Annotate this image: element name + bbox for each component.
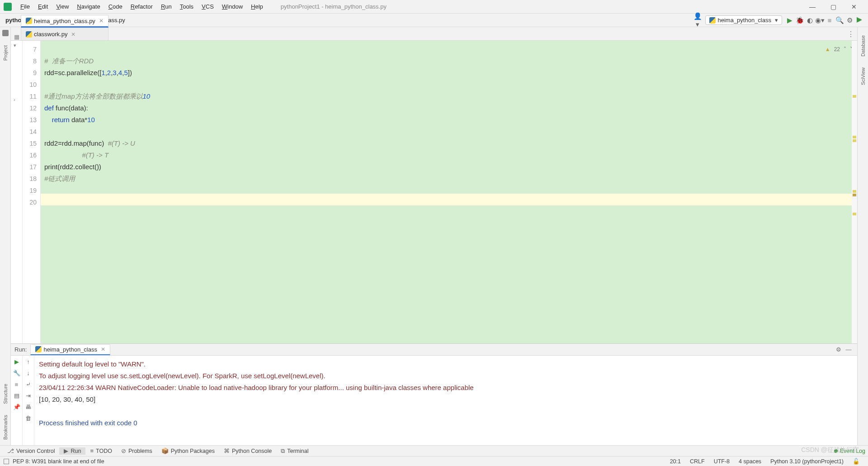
line-separator[interactable]: CRLF: [685, 458, 709, 465]
tool-icon: 📦: [161, 447, 169, 454]
line-gutter[interactable]: 7891011121314151617181920: [23, 41, 41, 343]
print-icon[interactable]: 🖶: [25, 404, 31, 410]
status-tool-square[interactable]: [4, 459, 9, 464]
inspection-up-icon[interactable]: ˄: [844, 43, 846, 55]
caret-position[interactable]: 20:1: [665, 458, 685, 465]
menu-tools[interactable]: Tools: [176, 3, 198, 10]
tool-label: Terminal: [287, 448, 308, 454]
scroll-icon[interactable]: ⇥: [26, 392, 31, 399]
tool-icon: ≡: [90, 447, 94, 454]
menu-file[interactable]: File: [16, 3, 34, 10]
close-icon[interactable]: ✕: [101, 346, 105, 352]
menu-code[interactable]: Code: [104, 3, 127, 10]
run-config-selector[interactable]: heima_python_class ▾: [705, 15, 782, 25]
pin-icon[interactable]: 📌: [13, 404, 20, 410]
console-output[interactable]: Setting default log level to "WARN". To …: [34, 356, 857, 445]
search-icon[interactable]: 🔍: [835, 16, 844, 24]
profile-button[interactable]: ◉▾: [815, 16, 825, 24]
python-file-icon: [26, 18, 32, 24]
menu-window[interactable]: Window: [218, 3, 247, 10]
run-controls-col2: ↑ ↓ ⤶ ⇥ 🖶 🗑: [23, 356, 34, 445]
python-icon: [35, 346, 42, 352]
run-controls-col1: ▶ 🔧 ■ ▤ 📌: [11, 356, 23, 445]
minimize-button[interactable]: —: [802, 3, 823, 10]
window-title: pythonProject1 - heima_python_class.py: [281, 3, 387, 10]
tool-todo[interactable]: ≡TODO: [85, 447, 116, 455]
tool-label: Python Packages: [171, 448, 215, 454]
layout-icon[interactable]: ▤: [14, 392, 19, 399]
close-icon[interactable]: ✕: [71, 31, 75, 38]
editor[interactable]: ▾ › 7891011121314151617181920 # 准备一个RDD …: [11, 41, 857, 343]
debug-button[interactable]: 🐞: [795, 16, 805, 24]
interpreter[interactable]: Python 3.10 (pythonProject1): [766, 458, 848, 465]
left-tool-stripe: Project Structure Bookmarks: [0, 27, 11, 445]
tool-problems[interactable]: ⊘Problems: [117, 447, 157, 455]
app-logo: [4, 3, 12, 11]
up-icon[interactable]: ↑: [27, 358, 30, 365]
run-settings-icon[interactable]: ⚙: [834, 346, 844, 353]
settings-icon[interactable]: ⚙: [844, 16, 854, 24]
editor-tab-label: heima_python_class.py: [34, 18, 95, 24]
editor-tabs-more[interactable]: ⋮: [847, 30, 854, 38]
code-area[interactable]: # 准备一个RDD rdd=sc.parallelize([1,2,3,4,5]…: [44, 43, 150, 196]
coverage-button[interactable]: ◐: [805, 16, 815, 24]
run-hide-icon[interactable]: —: [844, 346, 854, 353]
editor-tab-label: classwork.py: [34, 31, 67, 38]
menu-navigate[interactable]: Navigate: [73, 3, 104, 10]
menu-refactor[interactable]: Refactor: [127, 3, 157, 10]
maximize-button[interactable]: ▢: [823, 3, 844, 10]
tool-python-console[interactable]: ⌘Python Console: [219, 447, 276, 455]
tool-icon: ⎇: [7, 447, 14, 454]
project-tool-icon[interactable]: [2, 30, 9, 36]
python-icon: [709, 17, 716, 24]
sciview-tool-label[interactable]: SciView: [860, 67, 866, 85]
add-user-icon[interactable]: 👤▾: [693, 12, 703, 29]
tool-run[interactable]: ▶Run: [59, 447, 85, 455]
inspection-widget[interactable]: ▲ 22 ˄ ˅: [825, 43, 853, 55]
tool-python-packages[interactable]: 📦Python Packages: [157, 447, 219, 455]
tool-terminal[interactable]: ⧉Terminal: [276, 447, 313, 455]
bottom-tool-strip: ⎇Version Control▶Run≡TODO⊘Problems📦Pytho…: [0, 445, 868, 456]
editor-tab[interactable]: heima_python_class.py✕: [21, 15, 108, 28]
file-encoding[interactable]: UTF-8: [709, 458, 734, 465]
deploy-icon[interactable]: ⯈: [854, 16, 864, 24]
tool-label: Run: [71, 448, 81, 454]
menu-edit[interactable]: Edit: [34, 3, 52, 10]
navbar: pythonProject1 › heima_python_class.py 👤…: [0, 14, 868, 27]
tool-icon: ⊘: [121, 447, 126, 454]
event-log-button[interactable]: Event Log: [834, 448, 865, 454]
structure-tool-label[interactable]: Structure: [3, 384, 8, 404]
tool-icon[interactable]: 🔧: [13, 370, 20, 376]
tool-label: Version Control: [16, 448, 55, 454]
tool-icon: ⧉: [281, 447, 285, 455]
bookmarks-tool-label[interactable]: Bookmarks: [3, 415, 8, 440]
run-tool-window: Run: heima_python_class ✕ ⚙ — ▶ 🔧 ■ ▤ 📌: [11, 343, 857, 445]
close-icon[interactable]: ✕: [99, 18, 104, 24]
menu-vcs[interactable]: VCS: [198, 3, 218, 10]
run-tab[interactable]: heima_python_class ✕: [30, 344, 110, 355]
menu-view[interactable]: View: [52, 3, 73, 10]
fold-gutter[interactable]: ▾ ›: [11, 41, 23, 343]
database-tool-label[interactable]: Database: [860, 35, 866, 57]
python-file-icon: [26, 31, 32, 38]
down-icon[interactable]: ↓: [27, 370, 30, 376]
editor-tab[interactable]: classwork.py✕: [21, 28, 108, 40]
menubar: FileEditViewNavigateCodeRefactorRunTools…: [0, 0, 868, 14]
close-button[interactable]: ✕: [844, 3, 864, 10]
stop-icon[interactable]: ■: [15, 381, 19, 388]
tool-icon: ⌘: [224, 447, 230, 454]
lock-icon[interactable]: 🔓: [848, 458, 864, 465]
menu-run[interactable]: Run: [157, 3, 176, 10]
chevron-down-icon: ▾: [775, 17, 778, 24]
indent-setting[interactable]: 4 spaces: [734, 458, 766, 465]
project-tool-label[interactable]: Project: [3, 45, 8, 61]
tool-version-control[interactable]: ⎇Version Control: [3, 447, 59, 455]
rerun-icon[interactable]: ▶: [14, 358, 19, 365]
menu-help[interactable]: Help: [247, 3, 267, 10]
error-stripe[interactable]: [852, 41, 857, 343]
run-button[interactable]: ▶: [785, 16, 795, 24]
trash-icon[interactable]: 🗑: [25, 415, 31, 422]
tool-label: Problems: [128, 448, 152, 454]
wrap-icon[interactable]: ⤶: [26, 381, 31, 388]
stop-button[interactable]: ■: [825, 16, 835, 24]
